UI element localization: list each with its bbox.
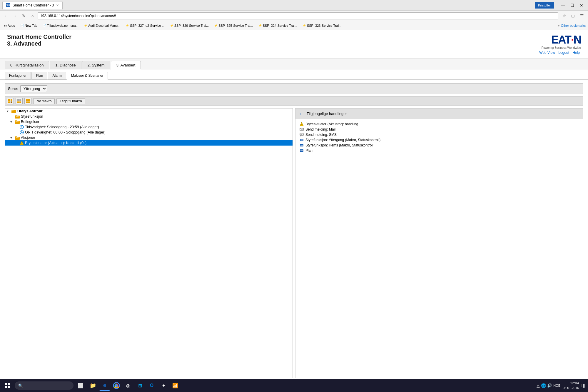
macro-icon-btn-2[interactable]: [16, 98, 23, 104]
tab-close-btn[interactable]: ✕: [56, 4, 59, 7]
store-icon: ⊞: [138, 383, 142, 388]
bookmark-star-btn[interactable]: ☆: [560, 12, 568, 20]
logo-tagline: Powering Business Worldwide: [542, 46, 581, 49]
network-icon[interactable]: 🌐: [541, 383, 546, 388]
tab-hurtiginstallasjon[interactable]: 0. Hurtiginstallasjon: [5, 61, 49, 69]
address-bar[interactable]: [38, 12, 558, 19]
new-tab-btn[interactable]: +: [63, 3, 71, 9]
tree-item-tid1[interactable]: Tidsvarighet: Solnedgang - 23:59 (Alle d…: [5, 124, 293, 130]
apps-bookmark[interactable]: ⚏ Apps: [2, 23, 17, 28]
apps-label: Apps: [8, 24, 15, 27]
home-btn[interactable]: ⌂: [29, 12, 36, 20]
tree-toggle-aksjoner[interactable]: ▼: [10, 136, 14, 139]
subtab-makroer[interactable]: Makroer & Scenarier: [67, 72, 108, 80]
svg-rect-6: [17, 101, 19, 103]
volume-icon[interactable]: 🔊: [547, 383, 552, 388]
taskbar-time[interactable]: 12:04 05.01.2016: [563, 381, 579, 390]
subtab-funksjoner[interactable]: Funksjoner: [5, 72, 31, 79]
reload-btn[interactable]: ↻: [20, 12, 28, 20]
svg-rect-45: [300, 150, 303, 151]
new-macro-btn[interactable]: Ny makro: [33, 98, 55, 104]
action-item-sms[interactable]: Send melding: SMS: [298, 132, 581, 137]
ssp327-bookmark[interactable]: ⚡ SSP_327_d2-Service ...: [124, 23, 166, 28]
action-label-2: Send melding: Mail: [305, 127, 335, 131]
taskbar: 🔍 ⬜ 📁 e ◎ ⊞ O: [0, 379, 588, 392]
subtab-plan[interactable]: Plan: [31, 72, 47, 79]
menu-btn[interactable]: ☰: [578, 12, 586, 20]
action-icon-1: !: [300, 122, 304, 126]
cast-btn[interactable]: ⊡: [569, 12, 577, 20]
taskbar-chrome[interactable]: [111, 380, 122, 391]
action-item-bryteaktuator[interactable]: ! Bryteaktuator (Aktuator): handling: [298, 121, 581, 127]
taskbar-store[interactable]: ⊞: [135, 380, 145, 391]
browser-frame: SHC Smart Home Controller - 3 ✕ + Kristo…: [0, 0, 588, 392]
logo-container: EAT · N: [551, 34, 581, 46]
minimize-btn[interactable]: —: [559, 2, 567, 9]
taskbar-search-icon: 🔍: [18, 383, 23, 388]
forward-btn[interactable]: →: [11, 12, 19, 20]
notification-icon[interactable]: △: [537, 383, 540, 388]
logout-link[interactable]: Logout: [558, 51, 569, 55]
tab-diagnose[interactable]: 1. Diagnose: [50, 61, 81, 69]
new-tab-bookmark[interactable]: 📄 New Tab: [19, 23, 39, 28]
tab-system[interactable]: 2. System: [82, 61, 110, 69]
right-panel-title: Tilgjengelige handlinger: [307, 111, 347, 116]
tree-item-styrefunksjon[interactable]: Styrefunksjon: [5, 114, 293, 119]
close-btn[interactable]: ✕: [577, 2, 586, 9]
ssp323-bookmark[interactable]: ⚡ SSP_323-Service Trai...: [301, 23, 343, 28]
macro-icon-btn-1[interactable]: [7, 98, 14, 104]
action-item-styrefunksjon-hems[interactable]: Styrefunksjon: Hems (Makro, Statuskontro…: [298, 143, 581, 148]
start-button[interactable]: [2, 380, 13, 391]
header-links: Web View Logout Help: [538, 51, 581, 55]
add-macro-btn[interactable]: Legg til makro: [56, 98, 85, 104]
tilbudsweb-bookmark[interactable]: 📄 Tilbudsweb.no - spa...: [41, 23, 80, 28]
taskbar-ie[interactable]: e: [99, 380, 110, 391]
page-area: Smart Home Controller 3. Advanced EAT · …: [0, 30, 588, 392]
bookmarks-more: » Other bookmarks: [558, 24, 586, 27]
maximize-btn[interactable]: ☐: [568, 2, 576, 9]
svg-rect-16: [16, 116, 19, 117]
tree-item-tid2[interactable]: OR Tidsvarighet: 00:00 - Soloppgang (All…: [5, 130, 293, 135]
zone-selector: Sone: Yttergang Hems Stue Kjøkken: [5, 83, 583, 94]
svg-rect-5: [19, 99, 21, 101]
folder-small-icon-betingelser: [15, 120, 20, 124]
taskbar-task-view[interactable]: ⬜: [75, 380, 86, 391]
show-desktop-icon[interactable]: ▌: [581, 384, 586, 387]
tree-toggle-utelys[interactable]: ▼: [6, 110, 10, 113]
taskbar-file-explorer[interactable]: 📁: [88, 380, 98, 391]
action-item-mail[interactable]: Send melding: Mail: [298, 127, 581, 132]
tab-avansert[interactable]: 3. Avansert: [111, 61, 141, 69]
tree-item-utelys[interactable]: ▼ Utelys Astrour: [5, 109, 293, 114]
back-btn[interactable]: ←: [2, 12, 10, 20]
macro-icon-btn-3[interactable]: [24, 98, 31, 104]
bookmarks-bar: ⚏ Apps 📄 New Tab 📄 Tilbudsweb.no - spa..…: [0, 21, 588, 30]
ssp326-bookmark[interactable]: ⚡ SSP_326-Service Trai...: [168, 23, 211, 28]
subtab-alarm[interactable]: Alarm: [48, 72, 66, 79]
taskbar-unknown1[interactable]: ✦: [158, 380, 169, 391]
tree-toggle-betingelser[interactable]: ▼: [10, 120, 14, 124]
action-item-styrefunksjon-yttergang[interactable]: Styrefunksjon: Yttergang (Makro, Statusk…: [298, 137, 581, 143]
action-item-plan[interactable]: Plan: [298, 148, 581, 153]
chrome-icon: [113, 382, 120, 389]
zone-dropdown[interactable]: Yttergang Hems Stue Kjøkken: [20, 85, 47, 92]
profile-button[interactable]: Kristoffer: [535, 2, 554, 9]
header-right: EAT · N Powering Business Worldwide Web …: [538, 34, 581, 55]
grid-icon-1: [8, 99, 12, 103]
ssp324-bookmark[interactable]: ⚡ SSP_324-Service Trai...: [257, 23, 299, 28]
main-tabs: 0. Hurtiginstallasjon 1. Diagnose 2. Sys…: [0, 59, 588, 69]
taskbar-outlook[interactable]: O: [146, 380, 157, 391]
ssp325-bookmark[interactable]: ⚡ SSP_325-Service Trai...: [212, 23, 255, 28]
tree-item-aksjoner[interactable]: ▼ Aksjoner: [5, 135, 293, 140]
help-link[interactable]: Help: [572, 51, 580, 55]
taskbar-search[interactable]: 🔍: [15, 381, 74, 390]
audi-bookmark[interactable]: ⚡ Audi Electrical Manu...: [82, 23, 122, 28]
taskbar-wifi-app[interactable]: 📶: [170, 380, 181, 391]
tree-item-bryteaktuator[interactable]: ! Bryteaktuator (Aktuator): Koble til (0…: [5, 140, 293, 146]
keyboard-icon[interactable]: NOB: [553, 384, 560, 387]
other-bookmarks-link[interactable]: Other bookmarks: [561, 24, 586, 27]
taskbar-sonos[interactable]: ◎: [123, 380, 133, 391]
web-view-link[interactable]: Web View: [539, 51, 555, 55]
active-tab[interactable]: SHC Smart Home Controller - 3 ✕: [2, 1, 63, 9]
nav-action-icons: ☆ ⊡ ☰: [560, 12, 586, 20]
tree-item-betingelser[interactable]: ▼ Betingelser: [5, 119, 293, 124]
